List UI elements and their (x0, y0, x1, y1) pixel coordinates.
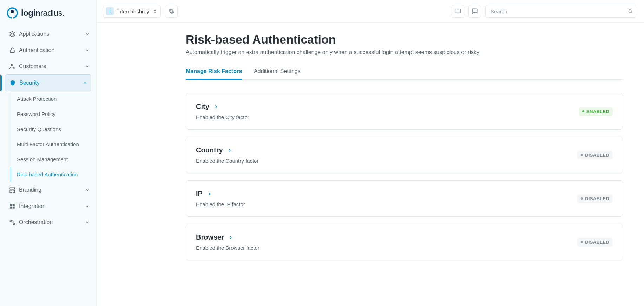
chat-button[interactable] (468, 5, 481, 18)
factor-card-country: Country Enabled the Country factor DISAB… (186, 137, 623, 173)
logo-icon (6, 7, 18, 19)
settings-button[interactable] (165, 5, 178, 18)
svg-rect-11 (10, 204, 12, 206)
brand-name-light: radius. (40, 8, 65, 18)
sidebar-subitem-session-management[interactable]: Session Management (11, 152, 96, 167)
svg-rect-8 (10, 188, 15, 189)
sidebar-item-label: Applications (19, 31, 85, 37)
svg-point-1 (11, 10, 14, 13)
chevron-down-icon (85, 48, 90, 53)
sidebar: loginradius. Applications Authentication… (0, 0, 97, 306)
sidebar-item-label: Customers (19, 63, 85, 70)
sidebar-subitem-rba[interactable]: Risk-based Authentication (11, 167, 96, 182)
chevron-right-icon (213, 104, 218, 109)
user-icon (9, 63, 19, 70)
status-label: ENABLED (586, 109, 609, 114)
lock-icon (9, 47, 19, 53)
sidebar-item-orchestration[interactable]: Orchestration (0, 214, 96, 230)
shield-icon (9, 80, 19, 86)
grid-icon (9, 203, 19, 209)
main: I internal-shrey Risk-based Authenticati… (97, 0, 644, 306)
svg-marker-4 (10, 32, 15, 34)
layers-icon (9, 31, 19, 37)
sidebar-item-authentication[interactable]: Authentication (0, 42, 96, 58)
chevron-up-icon (83, 80, 87, 85)
tab-additional-settings[interactable]: Additional Settings (254, 68, 301, 79)
sidebar-subitem-attack-protection[interactable]: Attack Protection (11, 91, 96, 106)
svg-rect-10 (13, 190, 15, 193)
book-icon (455, 8, 461, 14)
sidebar-item-label: Integration (19, 203, 85, 209)
dot-icon (581, 197, 583, 200)
sidebar-item-integration[interactable]: Integration (0, 198, 96, 214)
chevron-down-icon (85, 204, 90, 209)
factor-card-header[interactable]: IP (196, 190, 245, 198)
sidebar-subitem-security-questions[interactable]: Security Questions (11, 122, 96, 137)
chevron-down-icon (85, 64, 90, 69)
dot-icon (581, 241, 583, 243)
page-subtitle: Automatically trigger an extra authentic… (186, 49, 623, 56)
factor-title: Country (196, 146, 223, 154)
factor-title: City (196, 103, 209, 111)
search-input[interactable] (485, 5, 636, 18)
status-label: DISABLED (585, 240, 609, 245)
factor-card-header[interactable]: City (196, 103, 249, 111)
sidebar-subitem-password-policy[interactable]: Password Policy (11, 106, 96, 122)
svg-point-15 (10, 220, 12, 222)
factor-title: Browser (196, 233, 224, 241)
sidebar-item-branding[interactable]: Branding (0, 182, 96, 198)
svg-rect-9 (10, 190, 12, 193)
sidebar-item-label: Orchestration (19, 219, 85, 226)
factor-card-browser: Browser Enabled the Browser factor DISAB… (186, 224, 623, 260)
sidebar-subitem-mfa[interactable]: Multi Factor Authentication (11, 137, 96, 152)
factor-desc: Enabled the Country factor (196, 158, 258, 164)
svg-point-7 (14, 67, 15, 69)
search-wrap (485, 5, 636, 18)
factor-card-header[interactable]: Country (196, 146, 258, 154)
factor-desc: Enabled the City factor (196, 114, 249, 120)
svg-point-17 (629, 9, 631, 12)
svg-rect-3 (12, 13, 13, 18)
page-title: Risk-based Authentication (186, 33, 623, 46)
svg-point-6 (11, 64, 13, 66)
chevron-down-icon (85, 188, 90, 193)
status-badge: DISABLED (577, 238, 613, 247)
app-badge: I (106, 7, 114, 15)
security-subitems: Attack Protection Password Policy Securi… (11, 91, 96, 182)
status-label: DISABLED (585, 152, 609, 158)
tabs: Manage Risk Factors Additional Settings (186, 68, 623, 80)
app-name: internal-shrey (117, 8, 149, 14)
sidebar-item-applications[interactable]: Applications (0, 26, 96, 42)
brand-name-bold: login (21, 8, 40, 18)
factor-card-header[interactable]: Browser (196, 233, 259, 241)
svg-line-18 (631, 12, 632, 13)
sidebar-item-security[interactable]: Security (5, 74, 91, 91)
factor-desc: Enabled the Browser factor (196, 245, 259, 251)
chevron-right-icon (227, 148, 232, 153)
chevron-right-icon (228, 235, 233, 240)
theme-icon (9, 187, 19, 193)
factor-card-city: City Enabled the City factor ENABLED (186, 93, 623, 130)
dot-icon (582, 110, 584, 112)
chevron-down-icon (85, 220, 90, 225)
dot-icon (581, 154, 583, 156)
factor-title: IP (196, 190, 203, 198)
status-badge: DISABLED (577, 151, 613, 159)
svg-rect-13 (10, 207, 12, 209)
chevron-up-down-icon (153, 9, 157, 14)
gear-icon (168, 8, 175, 14)
content: Risk-based Authentication Automatically … (97, 23, 644, 306)
svg-rect-5 (10, 50, 14, 53)
sidebar-item-label: Branding (19, 187, 85, 193)
docs-button[interactable] (452, 5, 464, 18)
sidebar-item-label: Authentication (19, 47, 85, 53)
chat-icon (472, 8, 478, 14)
svg-point-16 (13, 223, 15, 225)
search-icon (628, 9, 633, 14)
app-picker[interactable]: I internal-shrey (103, 5, 161, 18)
sidebar-item-customers[interactable]: Customers (0, 58, 96, 74)
svg-rect-12 (13, 204, 15, 206)
brand-logo: loginradius. (0, 4, 96, 26)
tab-manage-risk-factors[interactable]: Manage Risk Factors (186, 68, 242, 79)
chevron-right-icon (207, 191, 212, 196)
